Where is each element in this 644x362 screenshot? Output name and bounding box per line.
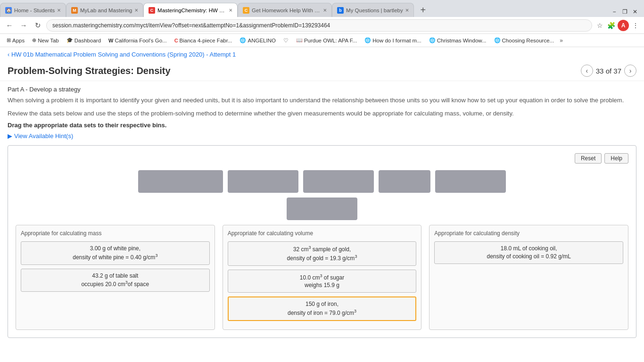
part-label: Part A - Develop a strategy	[8, 86, 636, 93]
bookmark-choosing-label: Choosing Resource...	[502, 38, 554, 43]
problem-instruction: Drag the appropriate data sets to their …	[8, 122, 636, 129]
bin-mass-card-1[interactable]: 3.00 g of white pine, density of white p…	[21, 241, 210, 265]
problem-title-row: Problem-Solving Strategies: Density ‹ 33…	[0, 62, 644, 81]
menu-icon[interactable]: ⋮	[631, 21, 640, 30]
refresh-button[interactable]: ↻	[32, 20, 43, 31]
bin-mass-title: Appropriate for calculating mass	[21, 230, 210, 237]
tab-bartleby-favicon: b	[337, 7, 344, 14]
problem-text-2: Review the data sets below and use the s…	[8, 109, 636, 118]
breadcrumb: ‹ HW 01b Mathematical Problem Solving an…	[0, 47, 644, 62]
drag-item-5[interactable]	[435, 170, 506, 193]
bin-volume-card-1[interactable]: 32 cm3 sample of gold, density of gold =…	[228, 241, 417, 266]
bookmark-star-icon[interactable]: ☆	[595, 21, 604, 30]
maximize-button[interactable]: ❐	[621, 8, 628, 15]
hint-link[interactable]: ▶ View Available Hint(s)	[8, 132, 636, 140]
apps-icon: ⊞	[7, 37, 11, 43]
bookmark-newtab[interactable]: ⊕ New Tab	[29, 36, 62, 44]
purdue-icon: 📖	[296, 37, 303, 43]
bookmark-california-label: California Fool's Go...	[115, 38, 166, 43]
tab-mastering-close[interactable]: ×	[229, 7, 232, 14]
tab-homework[interactable]: C Get Homework Help With Che ×	[238, 3, 332, 17]
drag-items-area	[16, 170, 628, 193]
breadcrumb-link[interactable]: HW 01b Mathematical Problem Solving and …	[11, 51, 236, 58]
bookmark-apps[interactable]: ⊞ Apps	[4, 36, 27, 44]
forward-button[interactable]: →	[18, 20, 29, 31]
bookmark-christmas-label: Christmas Window...	[437, 38, 487, 43]
drag-item-2[interactable]	[228, 170, 298, 193]
tab-bartleby[interactable]: b My Questions | bartleby ×	[332, 3, 414, 17]
bookmark-heart[interactable]: ♡	[281, 36, 291, 45]
bookmark-purdue-label: Purdue OWL: APA F...	[304, 38, 357, 43]
bin-volume[interactable]: Appropriate for calculating volume 32 cm…	[223, 225, 422, 330]
tab-bartleby-title: My Questions | bartleby	[346, 8, 403, 13]
tab-mastering-favicon: C	[149, 7, 155, 14]
tab-mylab-favicon: M	[71, 7, 78, 14]
tab-mylab[interactable]: M MyLab and Mastering ×	[66, 3, 143, 17]
tab-home[interactable]: 🏠 Home - Students ×	[0, 3, 66, 17]
bin-volume-card-2[interactable]: 10.0 cm3 of sugar weighs 15.9 g	[228, 270, 417, 293]
profile-button[interactable]: A	[618, 20, 629, 31]
tab-mylab-title: MyLab and Mastering	[80, 8, 132, 13]
bookmark-dashboard-label: Dashboard	[74, 38, 101, 43]
drag-item-1[interactable]	[138, 170, 223, 193]
drag-item-3[interactable]	[303, 170, 374, 193]
christmas-icon: 🌐	[429, 37, 436, 43]
problem-body: Part A - Develop a strategy When solving…	[0, 81, 644, 343]
bin-volume-card-3[interactable]: 150 g of iron, density of iron = 79.0 g/…	[228, 296, 417, 321]
bookmark-california[interactable]: W California Fool's Go...	[106, 37, 170, 44]
bookmark-choosing[interactable]: 🌐 Choosing Resource...	[491, 36, 557, 44]
bookmark-newtab-label: New Tab	[38, 38, 59, 43]
bookmark-angelino[interactable]: 🌐 ANGELINO	[237, 36, 278, 44]
drag-item-6[interactable]	[287, 197, 357, 220]
back-button[interactable]: ←	[4, 20, 15, 31]
bin-mass-card-2[interactable]: 43.2 g of table salt occupies 20.0 cm3of…	[21, 269, 210, 292]
tab-home-close[interactable]: ×	[57, 7, 61, 14]
problem-title: Problem-Solving Strategies: Density	[8, 66, 581, 76]
bookmark-format[interactable]: 🌐 How do I format m...	[362, 36, 424, 44]
minimize-button[interactable]: −	[611, 8, 618, 15]
tab-mylab-close[interactable]: ×	[134, 7, 138, 14]
bookmark-format-label: How do I format m...	[372, 38, 421, 43]
next-problem-button[interactable]: ›	[624, 65, 636, 77]
bookmark-apps-label: Apps	[12, 38, 25, 43]
new-tab-button[interactable]: +	[416, 3, 430, 17]
bookmark-bianca[interactable]: C Bianca 4-piece Fabr...	[172, 37, 235, 44]
drag-item-4[interactable]	[379, 170, 430, 193]
newtab-icon: ⊕	[32, 37, 36, 43]
help-button[interactable]: Help	[604, 153, 628, 164]
page-content: ‹ HW 01b Mathematical Problem Solving an…	[0, 47, 644, 362]
bin-mass[interactable]: Appropriate for calculating mass 3.00 g …	[16, 225, 215, 330]
angelino-icon: 🌐	[239, 37, 246, 43]
address-input[interactable]	[46, 19, 592, 32]
problem-navigation: ‹ 33 of 37 ›	[581, 65, 636, 77]
tab-mastering-title: MasteringChemistry: HW 01b	[157, 8, 226, 13]
bookmark-purdue[interactable]: 📖 Purdue OWL: APA F...	[293, 36, 360, 44]
heart-icon: ♡	[283, 37, 289, 44]
choosing-icon: 🌐	[494, 37, 501, 43]
bookmark-bianca-label: Bianca 4-piece Fabr...	[180, 38, 232, 43]
tab-bartleby-close[interactable]: ×	[405, 7, 409, 14]
problem-count: 33 of 37	[596, 67, 621, 75]
tab-mastering[interactable]: C MasteringChemistry: HW 01b ×	[143, 3, 238, 17]
bin-density-title: Appropriate for calculating density	[434, 230, 623, 237]
bookmarks-more-icon[interactable]: »	[560, 37, 563, 44]
problem-text-1: When solving a problem it is important t…	[8, 96, 636, 105]
breadcrumb-arrow: ‹	[8, 51, 9, 58]
bookmark-dashboard[interactable]: 🎓 Dashboard	[64, 36, 104, 44]
button-row: Reset Help	[16, 153, 628, 164]
bookmark-christmas[interactable]: 🌐 Christmas Window...	[426, 36, 489, 44]
hint-arrow-icon: ▶	[8, 132, 12, 140]
bin-density[interactable]: Appropriate for calculating density 18.0…	[429, 225, 628, 330]
bins-row: Appropriate for calculating mass 3.00 g …	[16, 225, 628, 330]
tab-home-title: Home - Students	[14, 8, 55, 13]
close-button[interactable]: ✕	[632, 8, 638, 15]
extension-icon[interactable]: 🧩	[606, 21, 616, 30]
bin-density-card-1[interactable]: 18.0 mL of cooking oil, density of cooki…	[434, 241, 623, 264]
tab-home-favicon: 🏠	[5, 7, 12, 14]
prev-problem-button[interactable]: ‹	[581, 65, 593, 77]
hint-label: View Available Hint(s)	[14, 132, 73, 140]
tab-homework-close[interactable]: ×	[323, 7, 327, 14]
tab-homework-favicon: C	[243, 7, 249, 14]
dashboard-icon: 🎓	[66, 37, 73, 43]
reset-button[interactable]: Reset	[575, 153, 602, 164]
